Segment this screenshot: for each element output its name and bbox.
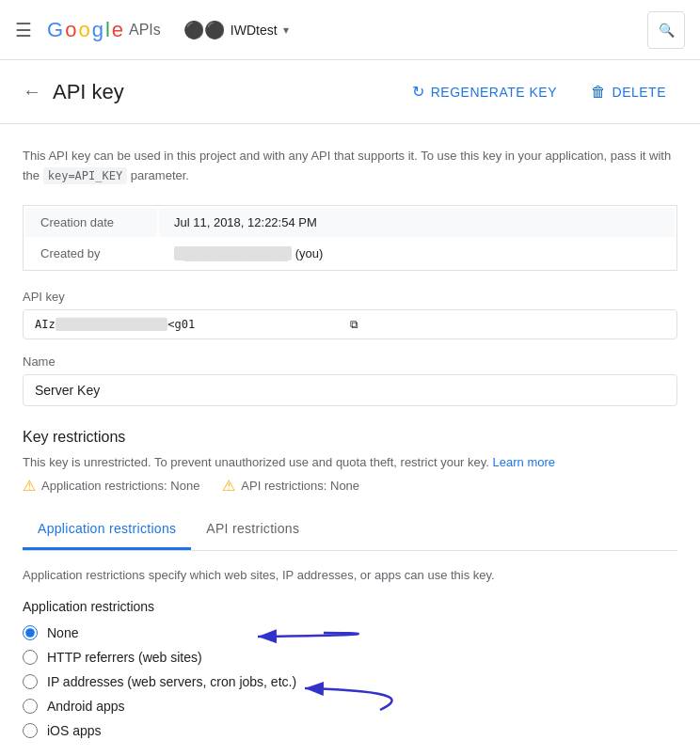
tab-api-restrictions[interactable]: API restrictions: [191, 510, 314, 550]
creation-date-row: Creation date Jul 11, 2018, 12:22:54 PM: [25, 208, 675, 237]
api-key-value: AIz████████████████<g01: [35, 318, 350, 331]
main-content: This API key can be used in this project…: [0, 124, 700, 756]
restriction-warning: This key is unrestricted. To prevent una…: [23, 455, 677, 469]
learn-more-link[interactable]: Learn more: [493, 455, 555, 469]
radio-option-http[interactable]: HTTP referrers (web sites): [23, 650, 677, 665]
project-icon: ⚫⚫: [183, 20, 225, 40]
application-restrictions-subtitle: Application restrictions: [23, 599, 677, 614]
api-key-field: AIz████████████████<g01 ⧉: [23, 309, 677, 339]
created-by-value: s████████████ (you): [159, 239, 675, 268]
dropdown-arrow-icon: ▾: [283, 24, 289, 37]
project-name: IWDtest: [231, 23, 278, 38]
radio-option-ip[interactable]: IP addresses (web servers, cron jobs, et…: [23, 674, 677, 689]
delete-icon: 🗑: [591, 84, 607, 101]
radio-option-none[interactable]: None: [23, 625, 677, 640]
radio-group: None HTTP referrers (web sites) IP addre…: [23, 625, 677, 738]
radio-android-label: Android apps: [47, 699, 125, 714]
radio-group-container: None HTTP referrers (web sites) IP addre…: [23, 625, 677, 738]
tabs: Application restrictions API restriction…: [23, 510, 677, 551]
radio-option-ios[interactable]: iOS apps: [23, 723, 677, 738]
radio-http[interactable]: [23, 650, 38, 665]
radio-ip-label: IP addresses (web servers, cron jobs, et…: [47, 674, 296, 689]
radio-ios[interactable]: [23, 723, 38, 738]
name-section: Name: [23, 354, 677, 406]
created-by-label: Created by: [25, 239, 157, 268]
name-input[interactable]: [23, 374, 677, 406]
logo-apis-text: APIs: [129, 22, 161, 39]
api-restrictions-badge: ⚠ API restrictions: None: [222, 477, 359, 495]
creation-date-value: Jul 11, 2018, 12:22:54 PM: [159, 208, 675, 237]
radio-ios-label: iOS apps: [47, 723, 102, 738]
project-selector[interactable]: ⚫⚫ IWDtest ▾: [176, 16, 296, 44]
search-button[interactable]: 🔍: [647, 11, 685, 49]
radio-android[interactable]: [23, 699, 38, 714]
menu-icon[interactable]: ☰: [15, 19, 32, 41]
radio-ip[interactable]: [23, 674, 38, 689]
tab-content-application: Application restrictions specify which w…: [23, 566, 677, 739]
back-button[interactable]: ←: [23, 81, 41, 102]
tab-description: Application restrictions specify which w…: [23, 566, 677, 585]
warning-badges: ⚠ Application restrictions: None ⚠ API r…: [23, 477, 677, 495]
api-key-label: API key: [23, 290, 677, 304]
key-restrictions-title: Key restrictions: [23, 429, 677, 446]
regenerate-key-button[interactable]: ↻ REGENERATE KEY: [401, 75, 568, 108]
warning-icon-api: ⚠: [222, 477, 235, 495]
regenerate-icon: ↻: [412, 83, 425, 101]
google-logo: Google APIs: [47, 18, 161, 42]
warning-icon-app: ⚠: [23, 477, 36, 495]
header: ☰ Google APIs ⚫⚫ IWDtest ▾ 🔍: [0, 0, 700, 60]
radio-option-android[interactable]: Android apps: [23, 699, 677, 714]
created-by-row: Created by s████████████ (you): [25, 239, 675, 268]
api-key-param-code: key=API_KEY: [43, 167, 127, 184]
app-restrictions-badge: ⚠ Application restrictions: None: [23, 477, 199, 495]
copy-icon[interactable]: ⧉: [350, 318, 665, 331]
info-description: This API key can be used in this project…: [23, 147, 677, 186]
creation-date-label: Creation date: [25, 208, 157, 237]
search-icon: 🔍: [659, 23, 675, 38]
name-label: Name: [23, 354, 677, 369]
delete-button[interactable]: 🗑 DELETE: [580, 76, 677, 108]
meta-table: Creation date Jul 11, 2018, 12:22:54 PM …: [23, 205, 677, 271]
tab-application-restrictions[interactable]: Application restrictions: [23, 510, 191, 550]
api-key-section: API key AIz████████████████<g01 ⧉: [23, 290, 677, 339]
page-title: API key: [53, 80, 390, 104]
radio-http-label: HTTP referrers (web sites): [47, 650, 202, 665]
radio-none-label: None: [47, 625, 78, 640]
radio-none[interactable]: [23, 625, 38, 640]
sub-header: ← API key ↻ REGENERATE KEY 🗑 DELETE: [0, 60, 700, 124]
